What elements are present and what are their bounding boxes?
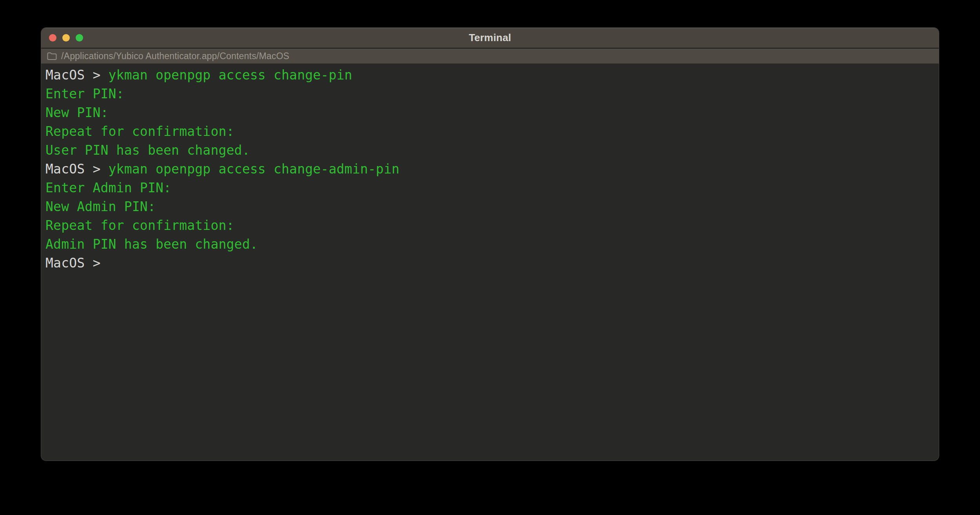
output-text: Enter PIN: bbox=[45, 86, 124, 101]
window-title: Terminal bbox=[469, 32, 511, 44]
output-text: New PIN: bbox=[45, 105, 109, 120]
terminal-line: Admin PIN has been changed. bbox=[45, 235, 934, 254]
terminal-output-area[interactable]: MacOS > ykman openpgp access change-pinE… bbox=[41, 64, 939, 273]
zoom-button[interactable] bbox=[76, 34, 83, 42]
prompt-text: MacOS > bbox=[45, 255, 109, 271]
prompt-text: MacOS > bbox=[45, 67, 109, 83]
terminal-line: MacOS > ykman openpgp access change-pin bbox=[45, 66, 934, 85]
terminal-window: Terminal /Applications/Yubico Authentica… bbox=[41, 27, 939, 461]
terminal-line: Enter PIN: bbox=[45, 85, 934, 103]
prompt-text: MacOS > bbox=[45, 161, 109, 177]
terminal-line: User PIN has been changed. bbox=[45, 141, 934, 160]
terminal-line: New Admin PIN: bbox=[45, 197, 934, 216]
output-text: User PIN has been changed. bbox=[45, 143, 250, 158]
output-text: Admin PIN has been changed. bbox=[45, 237, 258, 252]
terminal-line: Enter Admin PIN: bbox=[45, 179, 934, 197]
terminal-line: MacOS > ykman openpgp access change-admi… bbox=[45, 160, 934, 179]
output-text: Repeat for confirmation: bbox=[45, 124, 234, 139]
output-text: Enter Admin PIN: bbox=[45, 180, 171, 195]
titlebar[interactable]: Terminal bbox=[41, 28, 939, 49]
command-text: ykman openpgp access change-pin bbox=[109, 67, 352, 83]
terminal-line: New PIN: bbox=[45, 103, 934, 122]
terminal-line: Repeat for confirmation: bbox=[45, 216, 934, 235]
close-button[interactable] bbox=[49, 34, 56, 42]
minimize-button[interactable] bbox=[62, 34, 70, 42]
working-directory-bar: /Applications/Yubico Authenticator.app/C… bbox=[41, 49, 939, 64]
terminal-line: MacOS > bbox=[45, 254, 934, 273]
working-directory-path: /Applications/Yubico Authenticator.app/C… bbox=[61, 51, 289, 61]
output-text: New Admin PIN: bbox=[45, 199, 156, 214]
desktop-background: Terminal /Applications/Yubico Authentica… bbox=[0, 0, 980, 515]
output-text: Repeat for confirmation: bbox=[45, 218, 234, 233]
terminal-line: Repeat for confirmation: bbox=[45, 122, 934, 141]
command-text: ykman openpgp access change-admin-pin bbox=[109, 161, 400, 177]
traffic-lights bbox=[49, 28, 83, 48]
folder-icon bbox=[47, 52, 57, 61]
